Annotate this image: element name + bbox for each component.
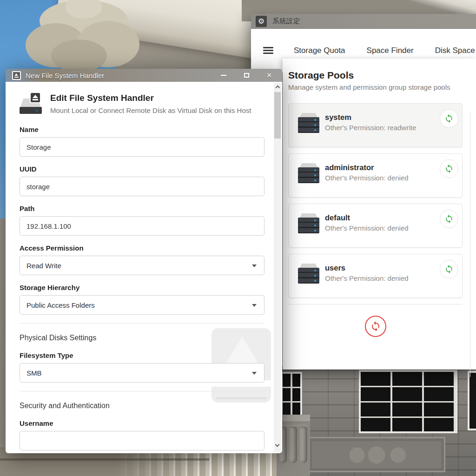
refresh-pool-button[interactable]	[440, 159, 458, 178]
refresh-pool-button[interactable]	[440, 109, 458, 128]
refresh-pool-button[interactable]	[440, 210, 458, 228]
field-filesystem-type: Filesystem Type SMB	[20, 351, 264, 383]
storage-hierarchy-select[interactable]: Public Access Folders	[20, 295, 264, 315]
storage-pools-panel: Storage Pools Manage system and permissi…	[283, 59, 476, 370]
building-window	[359, 370, 457, 433]
column-capital	[26, 0, 142, 72]
server-icon	[298, 113, 319, 133]
settings-titlebar[interactable]: ⚙ 系統設定	[251, 14, 476, 29]
uuid-label: UUID	[20, 165, 264, 173]
pool-card-system[interactable]: system Other's Permission: readwrite	[288, 103, 463, 147]
pool-list: system Other's Permission: readwrite adm…	[288, 103, 463, 337]
gear-icon: ⚙	[256, 16, 267, 27]
username-input[interactable]	[20, 431, 264, 450]
page-subtitle: Manage system and permission group stora…	[288, 83, 476, 91]
username-label: Username	[20, 419, 264, 427]
divider	[20, 323, 264, 324]
sync-icon	[444, 264, 454, 274]
pool-text: system Other's Permission: readwrite	[325, 113, 416, 132]
pool-card-administrator[interactable]: administrator Other's Permission: denied	[288, 153, 463, 198]
pool-name: administrator	[325, 163, 409, 172]
access-permission-label: Access Permission	[20, 244, 264, 252]
filesystem-type-select[interactable]: SMB	[20, 363, 264, 383]
file-system-handler-dialog: New File System Handler × Edit File Syst…	[6, 69, 282, 453]
scrollbar-track[interactable]	[470, 112, 470, 377]
pool-name: default	[325, 213, 409, 222]
dialog-header: Edit File System Handler Mount Local or …	[20, 92, 264, 116]
pool-card-users[interactable]: users Other's Permission: denied	[288, 254, 463, 298]
field-username: Username	[20, 419, 264, 450]
page-title: Storage Pools	[288, 70, 476, 81]
external-drive-icon	[20, 92, 42, 116]
chevron-down-icon	[252, 372, 257, 375]
dialog-subheading: Mount Local or Connect Remote Disk as Vi…	[50, 106, 251, 114]
access-permission-value: Read Write	[26, 262, 61, 270]
close-button[interactable]: ×	[265, 72, 273, 79]
filesystem-type-label: Filesystem Type	[20, 351, 264, 359]
tab-storage-quota[interactable]: Storage Quota	[294, 46, 345, 55]
eject-icon	[12, 71, 21, 80]
dialog-title: New File System Handler	[26, 72, 220, 79]
dialog-form: Edit File System Handler Mount Local or …	[6, 82, 282, 450]
minimize-button[interactable]	[220, 72, 227, 79]
section-physical-disks: Physical Disks Settings	[20, 334, 264, 342]
pool-name: system	[325, 113, 416, 122]
field-path: Path	[20, 205, 264, 236]
name-label: Name	[20, 126, 264, 133]
uuid-input[interactable]	[20, 177, 264, 196]
settings-tabs: Storage Quota Space Finder Disk Space	[294, 46, 475, 55]
settings-window: ⚙ 系統設定 Storage Quota Space Finder Disk S…	[251, 14, 476, 370]
sync-icon	[444, 214, 454, 224]
field-uuid: UUID	[20, 165, 264, 196]
pool-text: users Other's Permission: denied	[325, 264, 409, 282]
menu-icon[interactable]	[263, 47, 273, 54]
maximize-button[interactable]	[243, 72, 250, 79]
building-window	[468, 371, 476, 430]
path-label: Path	[20, 205, 264, 212]
settings-window-title: 系統設定	[272, 17, 300, 26]
field-storage-hierarchy: Storage Hierarchy Public Access Folders	[20, 284, 264, 315]
access-permission-select[interactable]: Read Write	[20, 256, 264, 275]
storage-hierarchy-label: Storage Hierarchy	[20, 284, 264, 291]
sync-icon	[370, 321, 381, 332]
field-name: Name	[20, 126, 264, 157]
refresh-pool-button[interactable]	[440, 260, 458, 278]
path-input[interactable]	[20, 216, 264, 236]
server-icon	[298, 264, 319, 284]
pool-permission: Other's Permission: denied	[325, 174, 409, 182]
dialog-heading: Edit File System Handler	[50, 92, 251, 103]
section-security: Security and Authentication	[20, 402, 264, 410]
field-access-permission: Access Permission Read Write	[20, 244, 264, 275]
server-icon	[298, 213, 319, 234]
pool-permission: Other's Permission: readwrite	[325, 124, 416, 132]
filesystem-type-value: SMB	[26, 369, 42, 377]
pool-text: administrator Other's Permission: denied	[325, 163, 409, 182]
window-controls: ×	[220, 72, 273, 79]
name-input[interactable]	[20, 137, 264, 157]
storage-hierarchy-value: Public Access Folders	[26, 301, 95, 309]
relief-panel	[308, 437, 445, 472]
chevron-down-icon	[252, 304, 257, 307]
dialog-body: Edit File System Handler Mount Local or …	[6, 82, 282, 453]
chevron-down-icon	[252, 264, 257, 267]
sync-icon	[444, 114, 454, 123]
sync-icon	[444, 164, 454, 173]
pool-permission: Other's Permission: denied	[325, 224, 409, 232]
tab-disk-space[interactable]: Disk Space	[435, 46, 475, 55]
tab-space-finder[interactable]: Space Finder	[367, 46, 414, 55]
pool-text: default Other's Permission: denied	[325, 213, 409, 232]
pool-card-default[interactable]: default Other's Permission: denied	[288, 204, 463, 248]
divider	[288, 304, 463, 304]
pool-name: users	[325, 264, 409, 272]
pool-permission: Other's Permission: denied	[325, 274, 409, 282]
dialog-titlebar[interactable]: New File System Handler ×	[6, 69, 282, 82]
architrave-line	[0, 458, 209, 461]
server-icon	[298, 163, 319, 184]
refresh-all-button[interactable]	[365, 316, 386, 337]
divider	[20, 391, 264, 391]
